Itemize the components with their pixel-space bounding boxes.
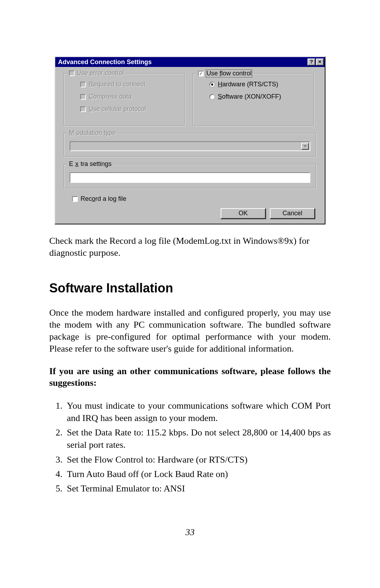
para-logfile: Check mark the Record a log file (ModemL… — [49, 235, 331, 259]
modulation-legend: Modulation type — [68, 129, 117, 137]
required-label: Required to connect — [89, 81, 145, 88]
page-number: 33 — [49, 526, 331, 538]
modulation-dropdown — [70, 141, 310, 151]
advanced-connection-dialog: Advanced Connection Settings ? × Use err… — [55, 56, 325, 224]
hardware-radio[interactable] — [209, 82, 215, 87]
software-installation-heading: Software Installation — [49, 280, 331, 297]
required-checkbox — [80, 82, 86, 87]
para-intro: Once the modem hardware installed and co… — [49, 307, 331, 354]
record-log-row[interactable]: Record a log file — [72, 195, 316, 203]
extra-settings-legend: Extra settings — [68, 160, 113, 168]
record-log-label: Record a log file — [81, 195, 126, 203]
dialog-button-row: OK Cancel — [64, 208, 316, 219]
dialog-titlebar: Advanced Connection Settings ? × — [55, 57, 325, 67]
use-flow-control-checkbox[interactable]: ✓ — [198, 71, 204, 76]
para-suggestions-lead: If you are using an other communications… — [49, 365, 331, 389]
extra-settings-input[interactable] — [70, 172, 310, 183]
error-control-group: Use error control Required to connect Co… — [64, 73, 185, 126]
close-button[interactable]: × — [316, 58, 324, 66]
list-item: Turn Auto Baud off (or Lock Baud Rate on… — [65, 468, 331, 480]
compress-data-row: Compress data — [80, 93, 179, 100]
list-item: You must indicate to your communications… — [65, 400, 331, 424]
extra-settings-group: Extra settings — [64, 164, 316, 189]
hardware-label: Hardware (RTS/CTS) — [218, 81, 278, 88]
titlebar-buttons: ? × — [307, 58, 324, 66]
cancel-button[interactable]: Cancel — [270, 208, 315, 219]
help-button[interactable]: ? — [308, 58, 315, 66]
dialog-title: Advanced Connection Settings — [58, 58, 307, 66]
list-item: Set the Flow Control to: Hardware (or RT… — [65, 453, 331, 466]
error-control-legend: Use error control — [68, 69, 125, 77]
compress-checkbox — [80, 94, 86, 100]
error-control-label: Use error control — [77, 69, 124, 77]
compress-label: Compress data — [89, 93, 132, 100]
flow-control-group: ✓ Use flow control Hardware (RTS/CTS) So… — [193, 73, 314, 126]
dialog-body: Use error control Required to connect Co… — [55, 67, 325, 224]
record-log-checkbox[interactable] — [72, 196, 78, 202]
flow-control-legend: ✓ Use flow control — [197, 69, 254, 78]
list-item: Set Terminal Emulator to: ANSI — [65, 482, 331, 495]
ok-button[interactable]: OK — [221, 208, 266, 219]
flow-control-label: Use flow control — [206, 69, 252, 78]
modulation-group: Modulation type — [64, 133, 316, 157]
suggestions-list: You must indicate to your communications… — [49, 400, 331, 495]
cellular-label: Use cellular protocol — [89, 105, 146, 113]
list-item: Set the Data Rate to: 115.2 kbps. Do not… — [65, 426, 331, 451]
cellular-row: Use cellular protocol — [80, 105, 179, 113]
use-error-control-checkbox — [69, 70, 75, 76]
software-radio-row[interactable]: Software (XON/XOFF) — [209, 93, 308, 100]
software-label: Software (XON/XOFF) — [218, 93, 281, 100]
software-radio[interactable] — [209, 94, 215, 100]
hardware-radio-row[interactable]: Hardware (RTS/CTS) — [209, 81, 308, 88]
document-page: Advanced Connection Settings ? × Use err… — [0, 0, 380, 567]
dropdown-arrow-icon — [301, 143, 309, 150]
cellular-checkbox — [80, 106, 86, 112]
document-body: Check mark the Record a log file (ModemL… — [49, 235, 331, 538]
required-to-connect-row: Required to connect — [80, 81, 179, 88]
svg-marker-0 — [303, 145, 307, 147]
